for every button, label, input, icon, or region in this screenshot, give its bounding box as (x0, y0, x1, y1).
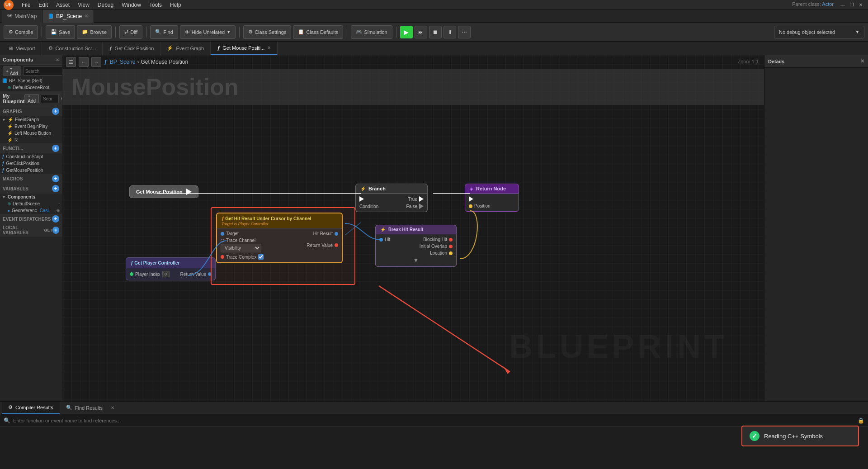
canvas-area[interactable]: ☰ ← → ƒ BP_Scene › Get Mouse Position Zo… (62, 55, 764, 401)
menu-view[interactable]: View (74, 1, 93, 9)
add-component-button[interactable]: + + Add (3, 66, 21, 76)
getclickpos-item[interactable]: ƒ GetClickPosition (0, 160, 62, 167)
component-search-input[interactable] (23, 66, 62, 76)
entry-node[interactable]: Get Mouse Position (129, 185, 198, 198)
find-search-input[interactable] (13, 418, 855, 423)
more-button[interactable]: ⋯ (458, 26, 471, 38)
find-button[interactable]: 🔍 Find (150, 25, 178, 39)
graphs-section-header[interactable]: GRAPHS + (0, 106, 62, 116)
georeference-var-item[interactable]: ● Georeferenc Cesi 👁 (0, 207, 62, 214)
r-icon: ⚡ (7, 137, 13, 142)
stop-button[interactable]: ⏹ (429, 26, 442, 38)
construction-script-item[interactable]: ƒ ConstructionScript (0, 153, 62, 160)
variables-section-header[interactable]: VARIABLES + (0, 184, 62, 194)
tab-getmousepos[interactable]: ƒ Get Mouse Positi... ✕ (211, 42, 278, 55)
minimize-button[interactable]: — (839, 1, 846, 9)
breadcrumb-root[interactable]: BP_Scene (110, 59, 136, 65)
find-results-label: Find Results (75, 405, 103, 411)
menu-asset[interactable]: Asset (52, 1, 73, 9)
add-local-var-button[interactable]: + (52, 227, 59, 234)
left-mouse-button-item[interactable]: ⚡ Left Mouse Button (0, 130, 62, 137)
add-variable-button[interactable]: + (52, 185, 59, 192)
menu-debug[interactable]: Debug (94, 1, 117, 9)
tab-construction[interactable]: ⚙ Construction Scr... (42, 42, 103, 55)
diff-button[interactable]: ⇄ Diff (119, 25, 142, 39)
player-index-pin (130, 272, 133, 276)
components-var-header[interactable]: ▼ Components (0, 194, 62, 200)
tab-getclick[interactable]: ƒ Get Click Position (103, 42, 160, 55)
add-macro-button[interactable]: + (52, 175, 59, 182)
save-button[interactable]: 💾 Save (46, 25, 75, 39)
tab-bpscene[interactable]: 📘 BP_Scene ✕ (42, 10, 94, 23)
branch-node[interactable]: ⚡ Branch True Condition (355, 184, 428, 212)
trace-complex-checkbox[interactable] (258, 254, 264, 260)
defaultsceneroot-label: DefaultSceneRoot (13, 85, 49, 90)
return-node[interactable]: ◈ Return Node Position (465, 184, 519, 212)
bpscene-close-icon[interactable]: ✕ (85, 14, 88, 19)
simulation-button[interactable]: 🎮 Simulation (351, 25, 392, 39)
menu-tools[interactable]: Tools (146, 1, 165, 9)
menu-help[interactable]: Help (166, 1, 185, 9)
hide-unrelated-button[interactable]: 👁 Hide Unrelated ▼ (180, 25, 236, 39)
canvas-back-button[interactable]: ← (79, 57, 89, 67)
defaultscene-var-item[interactable]: ⊕ DefaultScene ↑ (0, 200, 62, 207)
function-header: MousePosition (62, 69, 764, 105)
hide-unrelated-icon: 👁 (185, 29, 190, 35)
get-player-controller-title: Get Player Controller (134, 261, 179, 265)
compile-button[interactable]: ⚙ Compile (4, 25, 38, 39)
functions-section-header[interactable]: FUNCTI... + (0, 143, 62, 153)
notification-icon: ✓ (750, 431, 760, 441)
find-results-close-icon[interactable]: ✕ (111, 405, 114, 410)
r-item[interactable]: ⚡ R (0, 137, 62, 143)
canvas-hamburger-button[interactable]: ☰ (66, 57, 76, 67)
debug-dropdown[interactable]: No debug object selected ▼ (774, 26, 864, 38)
lock-icon[interactable]: 🔒 (858, 417, 864, 424)
menu-file[interactable]: File (18, 1, 34, 9)
add-mybp-button[interactable]: + Add (24, 94, 39, 103)
add-dispatcher-button[interactable]: + (52, 215, 59, 223)
menu-edit[interactable]: Edit (35, 1, 52, 9)
tab-eventgraph[interactable]: ⚡ Event Graph (160, 42, 211, 55)
trace-channel-pin (221, 239, 224, 242)
getmousepos-close-icon[interactable]: ✕ (267, 45, 271, 50)
menu-window[interactable]: Window (118, 1, 145, 9)
trace-channel-dropdown[interactable]: Visibility (221, 244, 261, 252)
initial-overlap-pin (449, 245, 453, 248)
add-graph-button[interactable]: + (52, 108, 59, 115)
add-function-button[interactable]: + (52, 145, 59, 152)
local-variables-header[interactable]: LOCAL VARIABLES GET + (0, 224, 62, 237)
pause-button[interactable]: ⏸ (443, 26, 456, 38)
get-player-controller-node[interactable]: ƒ Get Player Controller Player Index 0 R… (126, 257, 216, 280)
hit-in-pin (379, 238, 383, 242)
class-defaults-button[interactable]: 📋 Class Defaults (293, 25, 343, 39)
tree-item-bpscene[interactable]: 📘 BP_Scene (Self) (0, 77, 62, 84)
get-hit-result-node[interactable]: ƒ Get Hit Result Under Cursor by Channel… (216, 213, 343, 263)
restore-button[interactable]: ❐ (848, 1, 855, 9)
close-button[interactable]: ✕ (857, 1, 864, 9)
getmousepos-tree-item[interactable]: ƒ GetMousePosition (0, 167, 62, 174)
event-dispatchers-header[interactable]: EVENT DISPATCHERS + (0, 214, 62, 224)
step-button[interactable]: ⏭ (415, 26, 427, 38)
details-close-icon[interactable]: ✕ (860, 58, 864, 64)
browse-button[interactable]: 📁 Browse (77, 25, 112, 39)
macros-section-header[interactable]: MACROS + (0, 174, 62, 184)
event-beginplay-item[interactable]: ⚡ Event BeginPlay (0, 123, 62, 130)
blocking-hit-label: Blocking Hit (423, 237, 447, 242)
class-settings-button[interactable]: ⚙ Class Settings (243, 25, 291, 39)
components-close-icon[interactable]: ✕ (56, 57, 59, 62)
mybp-settings-icon[interactable]: ⚙ (61, 95, 62, 102)
tree-item-defaultsceneroot[interactable]: ⊕ DefaultSceneRoot (0, 84, 62, 91)
branch-header: Branch (368, 186, 386, 191)
break-hit-result-node[interactable]: ⚡ Break Hit Result Hit Blocking Hit Init… (375, 225, 457, 267)
tab-mainmap[interactable]: 🗺 MainMap (2, 10, 42, 23)
find-results-tab[interactable]: 🔍 Find Results (60, 402, 109, 414)
local-variables-label: LOCAL VARIABLES (3, 225, 42, 235)
canvas-forward-button[interactable]: → (91, 57, 101, 67)
tab-viewport[interactable]: 🖥 Viewport (2, 42, 42, 55)
mybp-search-input[interactable] (41, 94, 59, 103)
play-button[interactable]: ▶ (400, 26, 413, 38)
georeference-var-icon: ● (7, 208, 10, 213)
compiler-results-tab[interactable]: ⚙ Compiler Results (2, 402, 60, 414)
graphs-eventgraph-item[interactable]: ▼ ⚡ EventGraph (0, 116, 62, 123)
menu-bar: UE File Edit Asset View Debug Window Too… (0, 0, 868, 10)
